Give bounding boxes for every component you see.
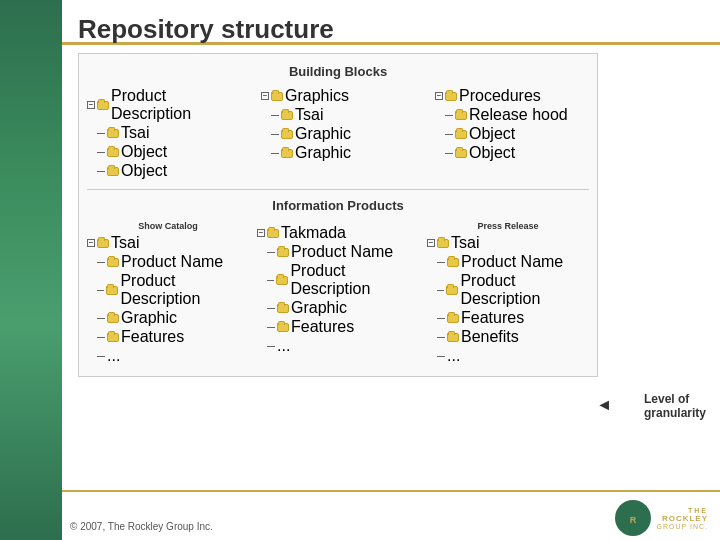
tsai-label-2: Tsai xyxy=(295,106,323,124)
tree-node-graphic-1: Graphic xyxy=(271,125,415,143)
takmada-root-label: Takmada xyxy=(281,224,346,242)
tree-node-graphic-2: Graphic xyxy=(271,144,415,162)
sc-label-0: Product Name xyxy=(121,253,223,271)
tree-line-7 xyxy=(445,115,453,116)
folder-icon-sc xyxy=(97,239,109,248)
folder-icon-graphic-1 xyxy=(281,130,293,139)
product-desc-label: Product Description xyxy=(111,87,241,123)
tree-root-product-desc: − Product Description xyxy=(87,87,241,123)
info-products-title: Information Products xyxy=(87,198,589,213)
logo-line2: ROCKLEY xyxy=(662,514,708,523)
tak-label-0: Product Name xyxy=(291,243,393,261)
sc-folder-2 xyxy=(107,314,119,323)
press-release-column: Press Release − Tsai Product Name xyxy=(427,221,589,366)
tree-node-obj-proc-2: Object xyxy=(445,144,589,162)
sc-label-1: Product Description xyxy=(120,272,249,308)
tak-label-2: Graphic xyxy=(291,299,347,317)
tree-line-8 xyxy=(445,134,453,135)
pr-child-1: Product Description xyxy=(437,272,589,308)
pr-folder-3 xyxy=(447,333,459,342)
pr-label-2: Features xyxy=(461,309,524,327)
folder-icon-tsai-2 xyxy=(281,111,293,120)
pr-label-0: Product Name xyxy=(461,253,563,271)
show-catalog-root-label: Tsai xyxy=(111,234,139,252)
folder-icon-procedures xyxy=(445,92,457,101)
tree-node-tsai-2: Tsai xyxy=(271,106,415,124)
sc-child-4: ... xyxy=(97,347,249,365)
pr-label-3: Benefits xyxy=(461,328,519,346)
tak-label-1: Product Description xyxy=(290,262,419,298)
tree-line-3 xyxy=(97,171,105,172)
tree-node-tsai-1: Tsai xyxy=(97,124,241,142)
pr-child-2: Features xyxy=(437,309,589,327)
sc-line-4 xyxy=(97,356,105,357)
footer-copyright: © 2007, The Rockley Group Inc. xyxy=(70,521,213,532)
tree-line-2 xyxy=(97,152,105,153)
granularity-arrow-icon: ◄ xyxy=(596,396,612,414)
press-release-col-title: Press Release xyxy=(427,221,589,231)
pr-line-2 xyxy=(437,318,445,319)
pr-child-4: ... xyxy=(437,347,589,365)
tak-child-1: Product Description xyxy=(267,262,419,298)
pr-child-0: Product Name xyxy=(437,253,589,271)
tree-node-object-1: Object xyxy=(97,143,241,161)
tak-folder-0 xyxy=(277,248,289,257)
press-release-root-label: Tsai xyxy=(451,234,479,252)
building-blocks-tree: − Product Description Tsai Object xyxy=(87,87,589,181)
pr-folder-1 xyxy=(446,286,458,295)
pr-label-1: Product Description xyxy=(460,272,589,308)
tak-child-4: ... xyxy=(267,337,419,355)
logo-line3: GROUP INC. xyxy=(657,523,709,530)
minus-icon-tak: − xyxy=(257,229,265,237)
folder-icon-graphics xyxy=(271,92,283,101)
tak-child-0: Product Name xyxy=(267,243,419,261)
tree-line-1 xyxy=(97,133,105,134)
sc-label-2: Graphic xyxy=(121,309,177,327)
object-label-1: Object xyxy=(121,143,167,161)
logo-circle: R xyxy=(615,500,651,536)
pr-child-3: Benefits xyxy=(437,328,589,346)
folder-icon-tsai-1 xyxy=(107,129,119,138)
graphics-label: Graphics xyxy=(285,87,349,105)
show-catalog-column: Show Catalog − Tsai Product Name xyxy=(87,221,249,366)
sc-line-3 xyxy=(97,337,105,338)
tree-line-5 xyxy=(271,134,279,135)
folder-icon-pr xyxy=(437,239,449,248)
folder-icon-tak xyxy=(267,229,279,238)
logo-text: THE ROCKLEY GROUP INC. xyxy=(657,507,709,530)
granularity-label: Level of granularity xyxy=(644,392,706,420)
pr-folder-0 xyxy=(447,258,459,267)
graphic-label-2: Graphic xyxy=(295,144,351,162)
sc-child-1: Product Description xyxy=(97,272,249,308)
minus-icon-3: − xyxy=(435,92,443,100)
section-divider xyxy=(87,189,589,190)
graphics-column: − Graphics Tsai Graphic Graph xyxy=(261,87,415,181)
obj-proc-label-2: Object xyxy=(469,144,515,162)
tak-child-2: Graphic xyxy=(267,299,419,317)
sc-line-2 xyxy=(97,318,105,319)
page-title: Repository structure xyxy=(78,8,704,45)
minus-icon-pr: − xyxy=(427,239,435,247)
pr-line-3 xyxy=(437,337,445,338)
tak-label-3: Features xyxy=(291,318,354,336)
tsai-label-1: Tsai xyxy=(121,124,149,142)
tak-line-0 xyxy=(267,252,275,253)
tak-line-4 xyxy=(267,346,275,347)
tree-node-obj-proc-1: Object xyxy=(445,125,589,143)
sc-label-3: Features xyxy=(121,328,184,346)
tree-node-object-2: Object xyxy=(97,162,241,180)
pr-label-4: ... xyxy=(447,347,460,365)
show-catalog-col-title: Show Catalog xyxy=(87,221,249,231)
tak-child-3: Features xyxy=(267,318,419,336)
logo-line1: THE xyxy=(688,507,708,514)
tree-root-graphics: − Graphics xyxy=(261,87,415,105)
show-catalog-root: − Tsai xyxy=(87,234,249,252)
sc-child-3: Features xyxy=(97,328,249,346)
svg-text:R: R xyxy=(629,515,636,525)
tak-folder-3 xyxy=(277,323,289,332)
logo-area: R THE ROCKLEY GROUP INC. xyxy=(615,500,709,536)
folder-icon-relhood xyxy=(455,111,467,120)
main-content: Repository structure Building Blocks − P… xyxy=(62,0,720,540)
relhood-label: Release hood xyxy=(469,106,568,124)
tree-root-procedures: − Procedures xyxy=(435,87,589,105)
